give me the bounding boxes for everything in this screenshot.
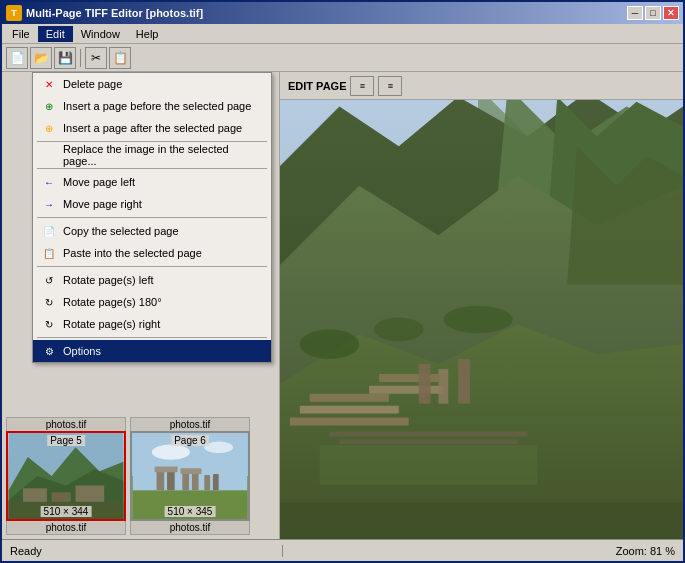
cut-button[interactable]: ✂ xyxy=(85,47,107,69)
edit-page-btn1[interactable]: ≡ xyxy=(350,76,374,96)
title-bar-left: T Multi-Page TIFF Editor [photos.tif] xyxy=(6,5,203,21)
svg-point-36 xyxy=(374,318,424,342)
menu-delete-page[interactable]: ✕ Delete page xyxy=(33,73,271,95)
edit-toolbar: EDIT PAGE ≡ ≡ xyxy=(280,72,683,100)
edit-dropdown-menu: ✕ Delete page ⊕ Insert a page before the… xyxy=(32,72,272,363)
svg-rect-40 xyxy=(320,445,538,485)
menu-bar: File Edit Window Help xyxy=(2,24,683,44)
move-right-icon: → xyxy=(41,196,57,212)
svg-rect-17 xyxy=(204,475,210,490)
svg-rect-26 xyxy=(310,394,389,402)
svg-rect-18 xyxy=(213,474,219,490)
window-controls: ─ □ ✕ xyxy=(627,6,679,20)
thumb5-size: 510 × 344 xyxy=(41,506,92,517)
menu-help[interactable]: Help xyxy=(128,26,167,42)
maximize-button[interactable]: □ xyxy=(645,6,661,20)
thumb5-container[interactable]: Page 5 510 × 344 xyxy=(6,431,126,521)
svg-rect-14 xyxy=(182,473,189,490)
menu-sep-4 xyxy=(37,266,267,267)
thumb6-filename-bottom: photos.tif xyxy=(130,521,250,535)
thumb5-page-label: Page 5 xyxy=(47,435,85,446)
status-zoom: Zoom: 81 % xyxy=(563,545,683,557)
left-panel: ✕ Delete page ⊕ Insert a page before the… xyxy=(2,72,280,539)
menu-edit[interactable]: Edit xyxy=(38,26,73,42)
svg-rect-5 xyxy=(52,492,71,502)
svg-point-37 xyxy=(443,306,512,334)
svg-rect-11 xyxy=(157,469,165,490)
menu-sep-2 xyxy=(37,168,267,169)
svg-rect-30 xyxy=(369,386,443,394)
title-bar: T Multi-Page TIFF Editor [photos.tif] ─ … xyxy=(2,2,683,24)
menu-paste-page[interactable]: 📋 Paste into the selected page xyxy=(33,242,271,264)
menu-copy-page[interactable]: 📄 Copy the selected page xyxy=(33,220,271,242)
svg-rect-15 xyxy=(192,471,199,490)
insert-after-icon: ⊕ xyxy=(41,120,57,136)
rotate-180-icon: ↻ xyxy=(41,294,57,310)
svg-point-8 xyxy=(152,444,190,459)
options-icon: ⚙ xyxy=(41,343,57,359)
svg-rect-41 xyxy=(280,503,683,539)
menu-window[interactable]: Window xyxy=(73,26,128,42)
menu-sep-1 xyxy=(37,141,267,142)
window-title: Multi-Page TIFF Editor [photos.tif] xyxy=(26,7,203,19)
thumbnail-row: photos.tif xyxy=(6,417,275,535)
copy-icon: 📄 xyxy=(41,223,57,239)
menu-rotate-right[interactable]: ↻ Rotate page(s) right xyxy=(33,313,271,335)
menu-insert-before[interactable]: ⊕ Insert a page before the selected page xyxy=(33,95,271,117)
svg-rect-31 xyxy=(419,364,431,404)
menu-move-right[interactable]: → Move page right xyxy=(33,193,271,215)
svg-rect-32 xyxy=(438,369,448,404)
status-bar: Ready Zoom: 81 % xyxy=(2,539,683,561)
svg-rect-39 xyxy=(339,439,517,444)
rotate-left-icon: ↺ xyxy=(41,272,57,288)
svg-rect-33 xyxy=(458,359,470,404)
close-button[interactable]: ✕ xyxy=(663,6,679,20)
menu-insert-after[interactable]: ⊕ Insert a page after the selected page xyxy=(33,117,271,139)
paste-icon: 📋 xyxy=(41,245,57,261)
menu-file[interactable]: File xyxy=(4,26,38,42)
svg-point-35 xyxy=(300,329,359,359)
replace-icon xyxy=(41,147,57,163)
delete-icon: ✕ xyxy=(41,76,57,92)
svg-rect-38 xyxy=(330,431,528,436)
insert-before-icon: ⊕ xyxy=(41,98,57,114)
menu-rotate-left[interactable]: ↺ Rotate page(s) left xyxy=(33,269,271,291)
paste-button[interactable]: 📋 xyxy=(109,47,131,69)
menu-replace-image[interactable]: Replace the image in the selected page..… xyxy=(33,144,271,166)
thumbnail-page5[interactable]: photos.tif xyxy=(6,417,126,535)
thumbnail-page6[interactable]: photos.tif xyxy=(130,417,250,535)
app-icon: T xyxy=(6,5,22,21)
menu-rotate-180[interactable]: ↻ Rotate page(s) 180° xyxy=(33,291,271,313)
menu-sep-5 xyxy=(37,337,267,338)
menu-sep-3 xyxy=(37,217,267,218)
toolbar: 📄 📂 💾 ✂ 📋 xyxy=(2,44,683,72)
menu-move-left[interactable]: ← Move page left xyxy=(33,171,271,193)
thumb5-filename-top: photos.tif xyxy=(6,417,126,431)
save-button[interactable]: 💾 xyxy=(54,47,76,69)
main-area: ✕ Delete page ⊕ Insert a page before the… xyxy=(2,72,683,539)
rotate-right-icon: ↻ xyxy=(41,316,57,332)
thumb6-page-label: Page 6 xyxy=(171,435,209,446)
move-left-icon: ← xyxy=(41,174,57,190)
thumb6-filename-top: photos.tif xyxy=(130,417,250,431)
thumb5-filename-bottom: photos.tif xyxy=(6,521,126,535)
edit-page-label: EDIT PAGE xyxy=(288,80,346,92)
edit-page-btn2[interactable]: ≡ xyxy=(378,76,402,96)
svg-rect-6 xyxy=(76,486,105,502)
main-image-area xyxy=(280,100,683,539)
svg-rect-16 xyxy=(180,468,201,474)
svg-rect-27 xyxy=(300,406,399,414)
right-panel: EDIT PAGE ≡ ≡ xyxy=(280,72,683,539)
minimize-button[interactable]: ─ xyxy=(627,6,643,20)
menu-options[interactable]: ⚙ Options xyxy=(33,340,271,362)
new-button[interactable]: 📄 xyxy=(6,47,28,69)
svg-rect-12 xyxy=(167,469,175,490)
thumb6-container[interactable]: Page 6 510 × 345 xyxy=(130,431,250,521)
toolbar-separator xyxy=(80,49,81,67)
open-button[interactable]: 📂 xyxy=(30,47,52,69)
svg-rect-4 xyxy=(23,488,47,501)
main-window: T Multi-Page TIFF Editor [photos.tif] ─ … xyxy=(0,0,685,563)
svg-rect-13 xyxy=(155,466,178,472)
svg-rect-28 xyxy=(290,418,409,426)
main-image-svg xyxy=(280,100,683,539)
